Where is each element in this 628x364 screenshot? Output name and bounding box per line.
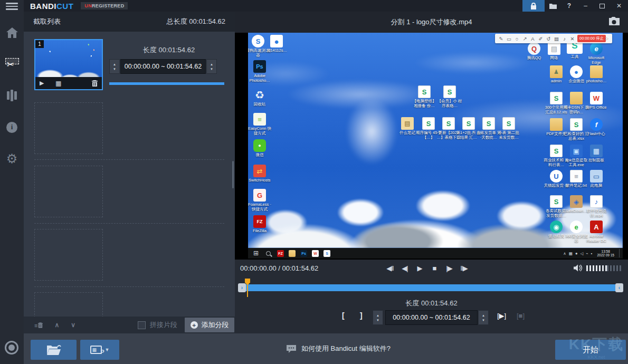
desktop-icon-label: Microsoft Edge — [584, 56, 609, 65]
step-back-button[interactable]: ◀| — [398, 264, 411, 272]
wps-icon: W — [590, 92, 603, 104]
clip-play-button[interactable]: ▶ — [40, 80, 55, 87]
playhead-marker[interactable] — [245, 279, 250, 298]
timeline-end-handle[interactable]: ‹ — [615, 283, 623, 292]
clip-range-stepper-left[interactable]: ▲▼ — [109, 59, 120, 74]
desktop-icon-label: SwitchHosts — [248, 178, 272, 183]
timeline[interactable]: › ‹ — [235, 280, 628, 295]
open-file-button[interactable] — [31, 340, 77, 360]
move-down-button[interactable]: ∨ — [71, 321, 75, 329]
switch-icon: ⇄ — [253, 165, 266, 177]
stop-segment-button: [■] — [517, 312, 525, 320]
greendoc-icon: S — [462, 117, 475, 130]
set-start-button[interactable]: [ — [342, 311, 345, 320]
open-file-titlebar-button[interactable] — [545, 0, 561, 12]
export-preset-button[interactable]: ▦P ▼ — [80, 340, 119, 360]
rec-tool-icon: ✎ — [497, 36, 505, 42]
rec-tool-icon: ♪ — [560, 36, 568, 42]
current-time: 00:00:00.00 / 00:01:54.62 — [240, 264, 318, 272]
greendoc-icon: S — [550, 92, 563, 104]
set-end-button[interactable]: ] — [360, 311, 363, 320]
video-preview[interactable]: S搜狗高速浏 览器●2014112s…PsAdobe Photosho…♻回收站… — [235, 33, 628, 260]
desktop-icon: ≡EasyConn 快捷方式 — [248, 113, 272, 136]
wechat-icon: ● — [253, 139, 266, 152]
help-button[interactable]: ? — [561, 0, 577, 12]
greendoc-icon: S — [442, 117, 455, 130]
taskbar-app-icon — [289, 250, 296, 257]
panel-scrollbar[interactable] — [232, 161, 234, 188]
mouse-cursor: ➤ — [605, 36, 608, 41]
desktop-icon: ▭此电脑 — [584, 170, 608, 188]
segment-range-field[interactable]: 00:00:00.00 ~ 00:01:54.62 — [385, 310, 478, 325]
clear-list-button[interactable]: ≡ — [34, 322, 43, 328]
folder-icon — [549, 3, 557, 9]
tray-icon: ● — [575, 251, 578, 256]
info-button[interactable]: i — [0, 116, 24, 139]
clip-frames-button[interactable]: ▦ — [55, 80, 71, 87]
note-icon: ▤ — [401, 117, 414, 130]
tray-icon: ▦ — [569, 251, 573, 256]
next-frame-button[interactable]: ‖▶ — [458, 264, 470, 272]
step-forward-button[interactable]: |▶ — [443, 264, 455, 272]
stop-button[interactable]: ■ — [428, 264, 441, 272]
film-preset-icon: ▦P — [90, 346, 102, 354]
desktop-icon: fFlash中心 — [584, 118, 608, 137]
menu-icon[interactable] — [6, 3, 18, 10]
snapshot-button[interactable] — [608, 16, 622, 27]
segment-stepper-right[interactable]: ▲▼ — [478, 310, 489, 325]
record-button[interactable] — [5, 341, 18, 355]
prev-frame-button[interactable]: ◀‖ — [384, 264, 396, 272]
pc-icon: ▭ — [590, 170, 603, 183]
play-button[interactable]: ▶ — [413, 264, 426, 272]
player-header: 分割 1 - logo尺寸修改.mp4 — [235, 12, 628, 33]
rec-tool-icon: ▤ — [553, 36, 560, 42]
empty-clip-slot — [34, 102, 103, 154]
total-length: 总长度 00:01:54.62 — [167, 17, 225, 26]
volume-slider[interactable] — [586, 265, 623, 271]
scissors-film-icon: ✂ — [5, 58, 19, 71]
clip-range-stepper-right[interactable]: ▲▼ — [206, 59, 217, 74]
add-segment-button[interactable]: ＋ 添加分段 — [185, 318, 234, 332]
greendoc-icon: S — [570, 118, 583, 131]
cut-tab-button[interactable]: ✂ — [0, 53, 24, 76]
desktop-icon: ●微信 — [248, 139, 272, 158]
desktop-icon: GFoamaLess ·快捷方式 — [248, 189, 272, 212]
tmall-icon: U — [550, 170, 563, 183]
desktop-icon-label: FoamaLess ·快捷方式 — [248, 203, 272, 212]
desktop-icon-label: 【会员】小 程序表格… — [437, 99, 462, 108]
video-taskbar: ⊞ FZPsWS ∧▦●◁⌁▪ 13:58 2022 09 15 — [248, 248, 623, 258]
clip-delete-button[interactable] — [92, 80, 98, 87]
gred-icon: G — [253, 189, 266, 202]
maximize-button[interactable] — [594, 0, 610, 12]
panel-icon: ▦ — [590, 145, 603, 157]
greendoc-icon: S — [550, 195, 563, 208]
taskbar-app-icon: S — [323, 250, 330, 257]
rec-tool-icon: ○ — [513, 36, 521, 42]
rec-tool-icon: A — [529, 36, 537, 42]
clip-list-toolbar: ≡ ∧ ∨ 拼接片段 ＋ 添加分段 — [24, 317, 235, 333]
home-button[interactable] — [0, 21, 24, 44]
minimize-button[interactable]: – — [577, 0, 594, 12]
desktop-icon-label: WPS Office — [584, 106, 609, 110]
segment-stepper-left[interactable]: ▲▼ — [373, 310, 383, 325]
desktop-icon: ●2014112s… — [264, 35, 289, 53]
help-link[interactable]: 如何使用 Bandicut 编辑软件? — [287, 341, 391, 357]
lock-button[interactable] — [522, 0, 545, 12]
segment-controls: [ ] ▲▼ 00:00:00.00 ~ 00:01:54.62 ▲▼ [▶] … — [235, 310, 628, 326]
play-segment-button[interactable]: [▶] — [497, 312, 506, 320]
start-button[interactable]: 开始 — [555, 340, 626, 360]
move-up-button[interactable]: ∧ — [54, 321, 59, 329]
join-tab-button[interactable] — [0, 84, 24, 107]
folder-icon — [570, 92, 583, 104]
clip-item-1[interactable]: 1 ▶ ▦ — [34, 39, 103, 90]
clip-range-field[interactable]: 00:00:00.00 ~ 00:01:54.62 — [120, 59, 206, 74]
desktop-icon-label: 2014112s… — [264, 49, 289, 53]
speaker-icon[interactable] — [574, 264, 583, 272]
camera-icon — [608, 16, 621, 26]
close-button[interactable]: ✕ — [610, 0, 628, 12]
bluedisc-icon: ● — [270, 35, 283, 47]
settings-button[interactable]: ⚙ — [0, 147, 24, 170]
search-icon — [266, 251, 271, 256]
join-segments-checkbox[interactable] — [138, 321, 146, 329]
greendoc-icon: S — [550, 145, 563, 157]
